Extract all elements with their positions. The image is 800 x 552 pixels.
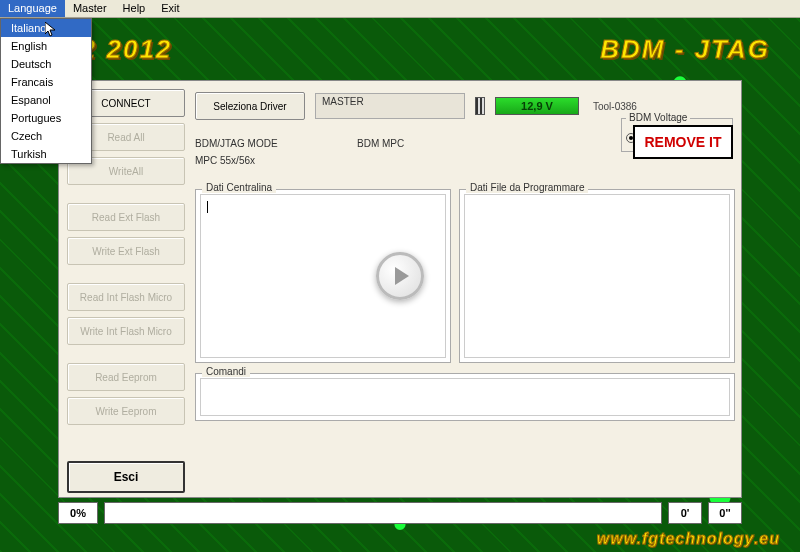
tool-id: Tool-0386 [593, 101, 637, 112]
bdm-voltage-legend: BDM Voltage [626, 112, 690, 123]
dati-file-legend: Dati File da Programmare [466, 182, 588, 193]
lang-english[interactable]: English [1, 37, 91, 55]
cursor-icon [45, 22, 61, 38]
read-eeprom-button[interactable]: Read Eeprom [67, 363, 185, 391]
progress-row: 0% 0' 0'' [58, 502, 742, 524]
mode-label: BDM/JTAG MODE [195, 138, 345, 149]
lang-deutsch[interactable]: Deutsch [1, 55, 91, 73]
read-ext-flash-button[interactable]: Read Ext Flash [67, 203, 185, 231]
write-int-flash-button[interactable]: Write Int Flash Micro [67, 317, 185, 345]
lang-portugues[interactable]: Portugues [1, 109, 91, 127]
voltage-display: 12,9 V [495, 97, 579, 115]
dati-file-box: Dati File da Programmare [459, 189, 735, 363]
lang-francais[interactable]: Francais [1, 73, 91, 91]
menu-exit[interactable]: Exit [153, 0, 187, 17]
mpc-label: MPC 55x/56x [195, 155, 255, 166]
footer-url: www.fgtechnology.eu [597, 530, 780, 548]
write-eeprom-button[interactable]: Write Eeprom [67, 397, 185, 425]
mode-value: BDM MPC [357, 138, 487, 149]
master-status: MASTER [315, 93, 465, 119]
esci-button[interactable]: Esci [67, 461, 185, 493]
lang-turkish[interactable]: Turkish [1, 145, 91, 163]
write-ext-flash-button[interactable]: Write Ext Flash [67, 237, 185, 265]
dati-file-textarea[interactable] [464, 194, 730, 358]
time-minutes: 0' [668, 502, 702, 524]
menu-language[interactable]: Language [0, 0, 65, 17]
read-int-flash-button[interactable]: Read Int Flash Micro [67, 283, 185, 311]
comandi-legend: Comandi [202, 366, 250, 377]
time-seconds: 0'' [708, 502, 742, 524]
comandi-box: Comandi [195, 373, 735, 421]
menu-master[interactable]: Master [65, 0, 115, 17]
lang-czech[interactable]: Czech [1, 127, 91, 145]
voltage-stripes [475, 97, 485, 115]
svg-marker-0 [45, 22, 55, 36]
language-dropdown: Italiano English Deutsch Francais Espano… [0, 18, 92, 164]
progress-percent: 0% [58, 502, 98, 524]
menubar: Language Master Help Exit [0, 0, 800, 18]
comandi-textarea[interactable] [200, 378, 730, 416]
dati-centralina-legend: Dati Centralina [202, 182, 276, 193]
play-icon[interactable] [376, 252, 424, 300]
select-driver-button[interactable]: Seleziona Driver [195, 92, 305, 120]
menu-help[interactable]: Help [115, 0, 154, 17]
remove-it-button[interactable]: REMOVE IT [633, 125, 733, 159]
lang-espanol[interactable]: Espanol [1, 91, 91, 109]
progress-bar [104, 502, 662, 524]
